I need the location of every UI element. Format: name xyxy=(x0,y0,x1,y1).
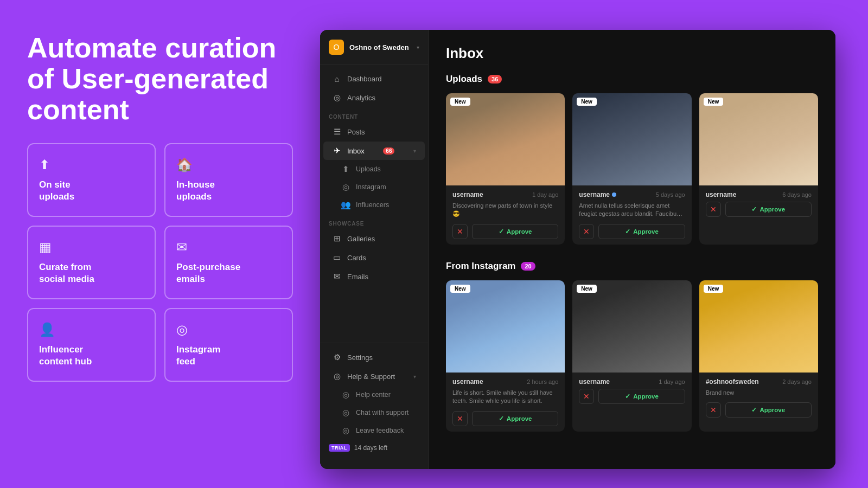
feature-label-in-house-uploads: In-house uploads xyxy=(176,179,281,203)
page-title: Inbox xyxy=(446,45,818,62)
content-card-insta-2: Newusername1 day ago✕✓ Approve xyxy=(572,280,691,432)
sidebar-item-emails[interactable]: ✉ Emails xyxy=(323,267,425,286)
emails-icon: ✉ xyxy=(332,272,342,281)
card-actions: ✕✓ Approve xyxy=(452,411,558,426)
card-actions: ✕✓ Approve xyxy=(706,202,812,217)
reject-button[interactable]: ✕ xyxy=(706,402,721,418)
approve-button[interactable]: ✓ Approve xyxy=(598,224,685,239)
sidebar-sub-chat-support[interactable]: ◎ Chat with support xyxy=(323,404,425,421)
new-badge: New xyxy=(577,285,597,293)
card-username: username xyxy=(579,191,616,198)
chat-support-icon: ◎ xyxy=(341,408,350,418)
card-user-row: username5 days ago xyxy=(579,191,685,198)
showcase-section-label: SHOWCASE xyxy=(320,214,428,229)
sidebar-sub-instagram[interactable]: ◎ Instagram xyxy=(323,178,425,196)
sidebar-sub-help-center[interactable]: ◎ Help center xyxy=(323,386,425,403)
content-section-label: CONTENT xyxy=(320,107,428,122)
help-chevron: ▾ xyxy=(413,374,416,380)
sidebar-item-galleries[interactable]: ⊞ Galleries xyxy=(323,229,425,248)
feature-card-influencer[interactable]: 👤Influencer content hub xyxy=(27,308,156,382)
sidebar-item-posts[interactable]: ☰ Posts xyxy=(323,123,425,141)
sidebar-sub-uploads[interactable]: ⬆ Uploads xyxy=(323,160,425,178)
content-card-insta-3: New#oshnoofsweden2 days agoBrand new✕✓ A… xyxy=(699,280,818,432)
instagram-section-title: From Instagram xyxy=(446,261,515,272)
card-time: 2 hours ago xyxy=(527,378,558,385)
new-badge: New xyxy=(704,98,724,106)
sidebar-sub-chat-support-label: Chat with support xyxy=(356,409,409,416)
card-user-row: username2 hours ago xyxy=(452,378,558,386)
sidebar-sub-leave-feedback[interactable]: ◎ Leave feedback xyxy=(323,422,425,439)
trial-days-left: 14 days left xyxy=(354,444,387,452)
brand-name: Oshno of Sweden xyxy=(349,43,411,52)
feature-card-social-media[interactable]: ▦Curate from social media xyxy=(27,226,156,299)
card-image-insta-2: New xyxy=(572,280,691,373)
reject-button[interactable]: ✕ xyxy=(579,224,594,239)
galleries-icon: ⊞ xyxy=(332,234,342,243)
help-icon: ◎ xyxy=(332,371,342,381)
sidebar-sub-leave-feedback-label: Leave feedback xyxy=(356,427,404,434)
brand-dropdown-arrow[interactable]: ▾ xyxy=(417,44,419,50)
sidebar-sub-influencers[interactable]: 👥 Influencers xyxy=(323,196,425,214)
feature-card-in-house-uploads[interactable]: 🏠In-house uploads xyxy=(164,143,293,217)
card-username: username xyxy=(579,378,610,386)
feature-grid: ⬆On site uploads🏠In-house uploads▦Curate… xyxy=(27,143,293,382)
dashboard-icon: ⌂ xyxy=(332,74,342,84)
help-center-icon: ◎ xyxy=(341,390,350,400)
card-username: username xyxy=(706,191,737,198)
card-time: 1 day ago xyxy=(659,378,685,385)
posts-icon: ☰ xyxy=(332,127,342,137)
influencers-sub-icon: 👥 xyxy=(341,200,350,210)
sidebar-item-galleries-label: Galleries xyxy=(347,235,375,243)
uploads-section-title: Uploads xyxy=(446,74,482,85)
content-card-upload-2: Newusername5 days agoAmet nulla tellus s… xyxy=(572,93,691,245)
reject-button[interactable]: ✕ xyxy=(452,411,468,426)
feature-card-on-site-uploads[interactable]: ⬆On site uploads xyxy=(27,143,156,217)
sidebar-item-help[interactable]: ◎ Help & Support ▾ xyxy=(323,367,425,386)
sidebar-item-settings[interactable]: ⚙ Settings xyxy=(323,348,425,367)
approve-button[interactable]: ✓ Approve xyxy=(598,389,685,404)
leave-feedback-icon: ◎ xyxy=(341,426,350,435)
reject-button[interactable]: ✕ xyxy=(579,389,594,404)
card-caption: Discovering new parts of town in style 😎 xyxy=(452,202,558,219)
feature-card-instagram-feed[interactable]: ◎Instagram feed xyxy=(164,308,293,382)
card-actions: ✕✓ Approve xyxy=(579,224,685,239)
card-image-upload-1: New xyxy=(446,93,565,185)
sidebar-header: O Oshno of Sweden ▾ xyxy=(320,30,428,65)
approve-button[interactable]: ✓ Approve xyxy=(472,224,558,239)
sidebar-item-emails-label: Emails xyxy=(347,273,368,281)
card-time: 6 days ago xyxy=(782,191,812,198)
feature-label-on-site-uploads: On site uploads xyxy=(39,179,144,203)
feature-icon-post-purchase: ✉ xyxy=(176,240,281,255)
card-meta: username1 day ago✕✓ Approve xyxy=(572,373,691,409)
sidebar-item-analytics[interactable]: ◎ Analytics xyxy=(323,88,425,107)
feature-card-post-purchase[interactable]: ✉Post-purchase emails xyxy=(164,226,293,299)
feature-label-social-media: Curate from social media xyxy=(39,261,144,285)
approve-button[interactable]: ✓ Approve xyxy=(725,202,812,217)
cards-icon: ▭ xyxy=(332,253,342,262)
reject-button[interactable]: ✕ xyxy=(706,202,721,217)
trial-tag: TRIAL xyxy=(329,444,350,452)
feature-icon-in-house-uploads: 🏠 xyxy=(176,157,281,172)
sidebar-item-posts-label: Posts xyxy=(347,128,365,136)
sidebar-item-dashboard[interactable]: ⌂ Dashboard xyxy=(323,70,425,88)
sidebar-item-inbox[interactable]: ✈ Inbox 66 ▾ xyxy=(323,142,425,160)
card-image-upload-3: New xyxy=(699,93,818,185)
uploads-section-header: Uploads 36 xyxy=(446,74,818,85)
card-actions: ✕✓ Approve xyxy=(579,389,685,404)
approve-button[interactable]: ✓ Approve xyxy=(472,411,558,426)
card-username: #oshnoofsweden xyxy=(706,378,759,386)
sidebar-item-cards[interactable]: ▭ Cards xyxy=(323,248,425,267)
card-actions: ✕✓ Approve xyxy=(706,402,812,418)
reject-button[interactable]: ✕ xyxy=(452,224,468,239)
card-time: 5 days ago xyxy=(656,191,685,198)
card-meta: username1 day agoDiscovering new parts o… xyxy=(446,185,565,245)
uploads-cards-grid: Newusername1 day agoDiscovering new part… xyxy=(446,93,818,245)
left-panel: Automate curation of User-generated cont… xyxy=(0,0,320,488)
approve-button[interactable]: ✓ Approve xyxy=(725,402,812,418)
card-user-row: username1 day ago xyxy=(579,378,685,386)
sidebar-sub-help-center-label: Help center xyxy=(356,391,391,399)
card-user-row: username1 day ago xyxy=(452,191,558,198)
inbox-badge: 66 xyxy=(383,147,394,155)
sidebar-item-cards-label: Cards xyxy=(347,254,366,262)
analytics-icon: ◎ xyxy=(332,93,342,102)
